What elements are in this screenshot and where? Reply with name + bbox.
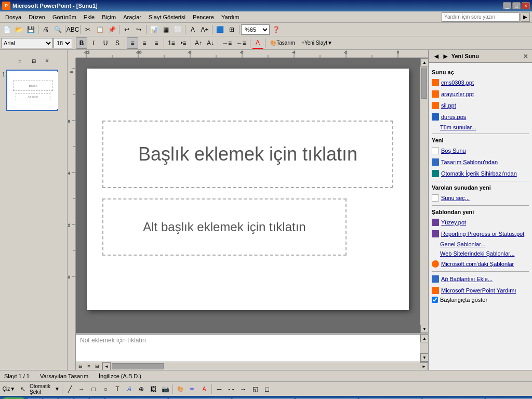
- maximize-btn[interactable]: □: [512, 2, 521, 9]
- rect-btn[interactable]: □: [88, 383, 99, 395]
- microsoft-sablonlar-item[interactable]: Microsoft.com'daki Şablonlar: [432, 259, 529, 269]
- menu-araclar[interactable]: Araçlar: [120, 13, 144, 21]
- bos-sunu-item[interactable]: Boş Sunu: [432, 145, 529, 156]
- zoom-combo[interactable]: %65 %50 %75 %100: [241, 24, 270, 35]
- recent-file-link-2[interactable]: arayuzler.ppt: [441, 90, 474, 98]
- notes-scroll-up[interactable]: ▲: [420, 334, 428, 342]
- dash-style-btn[interactable]: - -: [225, 383, 237, 395]
- grid-btn[interactable]: ⊞: [226, 24, 237, 35]
- ms-yardim-item[interactable]: Microsoft PowerPoint Yardımı: [432, 285, 529, 296]
- scroll-right-btn[interactable]: ►: [420, 362, 428, 370]
- menu-yardim[interactable]: Yardım: [218, 13, 243, 21]
- scroll-v-track[interactable]: [420, 66, 428, 325]
- all-presentations-link[interactable]: Tüm sunular...: [432, 123, 529, 131]
- menu-pencere[interactable]: Pencere: [190, 13, 217, 21]
- h-scrollbar[interactable]: ⊟ ≡ ⊞ ◄ ►: [76, 362, 428, 370]
- panel-back-btn[interactable]: ◄: [433, 52, 440, 60]
- font-name-select[interactable]: Arial: [1, 38, 53, 48]
- help-search-input[interactable]: [442, 12, 520, 22]
- save-btn[interactable]: 💾: [25, 24, 36, 35]
- recent-file-2[interactable]: arayuzler.ppt: [432, 89, 529, 99]
- align-center-btn[interactable]: ≡: [139, 37, 150, 49]
- ag-baglantisi-item[interactable]: Ağ Bağlantısı Ekle...: [432, 274, 529, 284]
- align-right-btn[interactable]: ≡: [151, 37, 162, 49]
- menu-duzen[interactable]: Düzen: [25, 13, 48, 21]
- color-fill-btn[interactable]: 🟦: [214, 24, 225, 35]
- table-btn[interactable]: ▦: [160, 24, 171, 35]
- arrow-btn[interactable]: →: [76, 383, 87, 395]
- decrease-font-btn[interactable]: A↓: [205, 37, 216, 49]
- fontcolor-btn[interactable]: A: [187, 24, 198, 35]
- reporting-pot-link[interactable]: Reporting Progress or Status.pot: [441, 230, 524, 238]
- view-normal-btn[interactable]: ⊟: [77, 363, 84, 370]
- indent-more-btn[interactable]: →≡: [220, 37, 234, 49]
- scroll-h-track[interactable]: [111, 362, 420, 370]
- recent-file-1[interactable]: cms0303.ppt: [432, 77, 529, 88]
- line-style-btn[interactable]: ─: [214, 383, 225, 395]
- scroll-h-thumb[interactable]: [112, 363, 164, 369]
- italic-btn[interactable]: I: [88, 37, 99, 49]
- menu-slayt-gosterisi[interactable]: Slayt Gösterisi: [145, 13, 189, 21]
- line-color-btn[interactable]: ✏: [187, 383, 198, 395]
- recent-file-3[interactable]: sil.ppt: [432, 100, 529, 111]
- menu-bicim[interactable]: Biçim: [99, 13, 119, 21]
- reporting-pot-item[interactable]: Reporting Progress or Status.pot: [432, 229, 529, 239]
- bold-btn[interactable]: B: [76, 37, 87, 49]
- new-slide-btn[interactable]: + Yeni Slayt ▼: [299, 37, 335, 49]
- print-btn[interactable]: 🖨: [40, 24, 51, 35]
- view-sort-btn[interactable]: ⊞: [94, 363, 101, 370]
- wordart-btn[interactable]: A: [124, 383, 135, 395]
- textbox-btn[interactable]: T: [112, 383, 123, 395]
- ms-yardim-link[interactable]: Microsoft PowerPoint Yardımı: [441, 286, 516, 295]
- minimize-btn[interactable]: _: [503, 2, 511, 9]
- redo-btn[interactable]: ↪: [133, 24, 144, 35]
- notes-area[interactable]: Not eklemek için tıklatın: [76, 334, 420, 363]
- underline-btn[interactable]: U: [100, 37, 111, 49]
- shadow-btn[interactable]: S: [112, 37, 123, 49]
- help-search-btn[interactable]: ▶: [521, 12, 530, 22]
- right-panel-close-btn[interactable]: ×: [524, 52, 528, 60]
- ellipse-btn[interactable]: ○: [100, 383, 111, 395]
- close-btn[interactable]: ×: [522, 2, 530, 9]
- web-sablonlari-link[interactable]: Web Sitelerindeki Şablonlar...: [432, 249, 529, 258]
- baslangicta-goster-check[interactable]: [432, 297, 438, 303]
- insert-btn[interactable]: ⬜: [172, 24, 183, 35]
- menu-gorunum[interactable]: Görünüm: [49, 13, 79, 21]
- new-btn[interactable]: 📄: [1, 24, 12, 35]
- copy-btn[interactable]: 📋: [94, 24, 105, 35]
- clipart-btn[interactable]: 🖼: [148, 383, 159, 395]
- microsoft-sablonlar-link[interactable]: Microsoft.com'daki Şablonlar: [441, 260, 514, 268]
- title-bar-controls[interactable]: _ □ ×: [503, 2, 530, 9]
- diagram-btn[interactable]: ⊕: [136, 383, 147, 395]
- undo-btn[interactable]: ↩: [121, 24, 132, 35]
- tasarim-sablon-item[interactable]: Tasarım Şablonu'ndan: [432, 157, 529, 167]
- picture-btn[interactable]: 📷: [159, 383, 171, 395]
- menu-dosya[interactable]: Dosya: [2, 13, 24, 21]
- draw-menu-btn[interactable]: Çiz ▼: [1, 383, 17, 395]
- help-btn[interactable]: ❓: [270, 24, 282, 35]
- baslangicta-goster-checkbox[interactable]: Başlangıçta göster: [432, 297, 529, 303]
- font-color2-btn[interactable]: A: [198, 383, 210, 395]
- recent-file-link-3[interactable]: sil.ppt: [441, 101, 456, 110]
- open-btn[interactable]: 📂: [13, 24, 24, 35]
- cursor-btn[interactable]: ↖: [17, 383, 29, 395]
- outline-view-btn[interactable]: ≡: [15, 55, 26, 66]
- slide-thumbnail[interactable]: Başlık Alt başlık: [6, 70, 58, 111]
- numbering-btn[interactable]: 1≡: [166, 37, 177, 49]
- 3d-style-btn[interactable]: ◻: [261, 383, 273, 395]
- bullets-btn[interactable]: •≡: [178, 37, 189, 49]
- scroll-left-btn[interactable]: ◄: [102, 362, 111, 370]
- tasarim-sablon-link[interactable]: Tasarım Şablonu'ndan: [441, 158, 498, 166]
- recent-file-4[interactable]: durus.pps: [432, 112, 529, 122]
- spell-btn[interactable]: ABC: [67, 24, 78, 35]
- font-size-select[interactable]: 18: [54, 38, 72, 48]
- v-scrollbar[interactable]: ▲ ▼: [420, 58, 428, 333]
- chart-btn[interactable]: 📊: [148, 24, 159, 35]
- menu-ekle[interactable]: Ekle: [81, 13, 98, 21]
- preview-btn[interactable]: 🔍: [52, 24, 63, 35]
- panel-forward-btn[interactable]: ►: [442, 52, 449, 60]
- fontsize-btn[interactable]: A+: [199, 24, 210, 35]
- title-placeholder[interactable]: Başlık eklemek için tıklatın: [102, 121, 393, 188]
- close-panel-btn[interactable]: ×: [42, 55, 53, 66]
- font-color-btn[interactable]: A: [252, 37, 263, 49]
